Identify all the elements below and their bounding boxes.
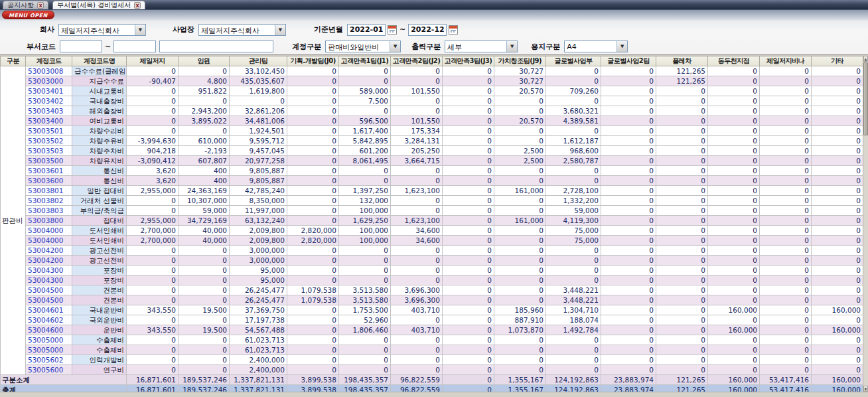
amount-cell[interactable]: 161,000 <box>494 216 546 226</box>
amount-cell[interactable]: 0 <box>708 146 760 156</box>
account-name-cell[interactable]: 포장비 <box>72 276 127 285</box>
amount-cell[interactable]: 0 <box>546 335 601 345</box>
amount-cell[interactable]: 0 <box>656 315 708 325</box>
amount-cell[interactable]: 0 <box>391 335 443 345</box>
amount-cell[interactable]: 0 <box>443 66 494 76</box>
amount-cell[interactable]: 1,337,821,131 <box>230 375 287 385</box>
amount-cell[interactable]: 1,623,100 <box>391 216 443 226</box>
amount-cell[interactable]: 0 <box>127 315 179 325</box>
amount-cell[interactable]: 0 <box>287 315 339 325</box>
amount-cell[interactable]: 0 <box>656 166 708 176</box>
amount-cell[interactable]: 75,000 <box>546 236 601 246</box>
table-row[interactable]: 53003800접대비2,955,00034,729,16963,132,240… <box>1 216 863 226</box>
amount-cell[interactable]: 0 <box>179 276 230 285</box>
amount-cell[interactable]: 0 <box>812 285 863 295</box>
amount-cell[interactable]: 0 <box>443 96 494 106</box>
amount-cell[interactable]: 0 <box>443 106 494 116</box>
amount-cell[interactable]: 0 <box>443 196 494 206</box>
amount-cell[interactable]: 0 <box>127 206 179 216</box>
account-code-cell[interactable]: 53004602 <box>26 315 72 325</box>
amount-cell[interactable]: 0 <box>494 295 546 305</box>
paper-type-select[interactable]: A4 ▼ <box>564 40 628 52</box>
amount-cell[interactable]: 0 <box>708 266 760 276</box>
amount-cell[interactable]: 0 <box>287 116 339 126</box>
amount-cell[interactable]: 1,079,538 <box>287 295 339 305</box>
account-name-cell[interactable]: 급수수료(클레임) <box>72 66 127 76</box>
amount-cell[interactable]: 0 <box>287 136 339 146</box>
amount-cell[interactable]: 0 <box>546 66 601 76</box>
amount-cell[interactable]: 403,710 <box>391 305 443 315</box>
amount-cell[interactable]: 0 <box>179 335 230 345</box>
amount-cell[interactable]: 0 <box>443 236 494 246</box>
amount-cell[interactable]: 0 <box>179 285 230 295</box>
amount-cell[interactable]: 0 <box>760 216 812 226</box>
amount-cell[interactable]: 0 <box>656 126 708 136</box>
amount-cell[interactable]: 0 <box>287 276 339 285</box>
amount-cell[interactable]: 0 <box>601 156 656 166</box>
amount-cell[interactable]: 0 <box>287 206 339 216</box>
amount-cell[interactable]: 0 <box>708 276 760 285</box>
calendar-icon[interactable] <box>388 25 397 35</box>
amount-cell[interactable]: 3,620 <box>127 166 179 176</box>
amount-cell[interactable]: 121,265 <box>656 76 708 86</box>
amount-cell[interactable]: 0 <box>391 206 443 216</box>
table-row[interactable]: 53003802거래처 선물비010,307,0008,350,0000132,… <box>1 196 863 206</box>
amount-cell[interactable]: 0 <box>601 96 656 106</box>
amount-cell[interactable]: 0 <box>708 206 760 216</box>
amount-cell[interactable]: 0 <box>812 66 863 76</box>
amount-cell[interactable]: 904,218 <box>127 146 179 156</box>
amount-cell[interactable]: 61,023,713 <box>230 345 287 355</box>
amount-cell[interactable]: 0 <box>443 345 494 355</box>
column-header[interactable]: 글로벌사업부 <box>546 56 601 66</box>
amount-cell[interactable]: 0 <box>494 345 546 355</box>
amount-cell[interactable]: 0 <box>708 66 760 76</box>
amount-cell[interactable]: 709,260 <box>546 86 601 96</box>
column-header[interactable]: 고객만족1팀(J1) <box>339 56 391 66</box>
amount-cell[interactable]: 0 <box>656 325 708 335</box>
account-name-cell[interactable]: 통신비 <box>72 166 127 176</box>
account-name-cell[interactable]: 차량주차비 <box>72 146 127 156</box>
table-row[interactable]: 53003501차량수리비001,924,50101,617,400175,33… <box>1 126 863 136</box>
amount-cell[interactable]: 0 <box>391 266 443 276</box>
amount-cell[interactable]: 1,619,800 <box>230 86 287 96</box>
close-icon[interactable]: x <box>134 2 141 9</box>
amount-cell[interactable]: 2,700,000 <box>127 226 179 236</box>
account-name-cell[interactable]: 국외운반비 <box>72 315 127 325</box>
amount-cell[interactable]: 0 <box>812 136 863 146</box>
table-row[interactable]: 53004601국내운반비343,55019,50037,369,75001,7… <box>1 305 863 315</box>
amount-cell[interactable]: 95,000 <box>230 276 287 285</box>
amount-cell[interactable]: 0 <box>179 355 230 365</box>
amount-cell[interactable]: 198,435,357 <box>339 375 391 385</box>
amount-cell[interactable]: 0 <box>812 146 863 156</box>
amount-cell[interactable]: 40,000 <box>179 226 230 236</box>
amount-cell[interactable]: 3,680,321 <box>546 106 601 116</box>
amount-cell[interactable]: 601,200 <box>339 146 391 156</box>
amount-cell[interactable]: 11,997,000 <box>230 206 287 216</box>
amount-cell[interactable]: 0 <box>494 126 546 136</box>
amount-cell[interactable]: 3,284,131 <box>391 136 443 146</box>
account-code-cell[interactable]: 53004600 <box>26 325 72 335</box>
account-code-cell[interactable]: 53003502 <box>26 136 72 146</box>
dept-code-from-input[interactable] <box>60 40 102 52</box>
amount-cell[interactable]: 0 <box>656 216 708 226</box>
amount-cell[interactable]: 0 <box>287 176 339 186</box>
amount-cell[interactable]: 1,617,400 <box>339 126 391 136</box>
amount-cell[interactable]: 0 <box>601 176 656 186</box>
amount-cell[interactable]: 400 <box>179 166 230 176</box>
amount-cell[interactable]: 0 <box>179 345 230 355</box>
amount-cell[interactable]: 0 <box>494 246 546 256</box>
amount-cell[interactable]: 610,000 <box>179 136 230 146</box>
amount-cell[interactable]: 0 <box>760 76 812 86</box>
amount-cell[interactable]: 3,899,538 <box>287 375 339 385</box>
amount-cell[interactable]: 0 <box>127 126 179 136</box>
table-row[interactable]: 53004602국외운반비0017,197,738052,96000887,91… <box>1 315 863 325</box>
amount-cell[interactable]: 0 <box>760 276 812 285</box>
account-code-cell[interactable]: 53003401 <box>26 86 72 96</box>
amount-cell[interactable]: 0 <box>546 96 601 106</box>
amount-cell[interactable]: 30,727 <box>494 66 546 76</box>
amount-cell[interactable]: 0 <box>708 285 760 295</box>
amount-cell[interactable]: 0 <box>287 365 339 375</box>
amount-cell[interactable]: 24,363,169 <box>179 186 230 196</box>
amount-cell[interactable]: 0 <box>287 96 339 106</box>
column-header[interactable]: 계정코드명 <box>72 56 127 66</box>
